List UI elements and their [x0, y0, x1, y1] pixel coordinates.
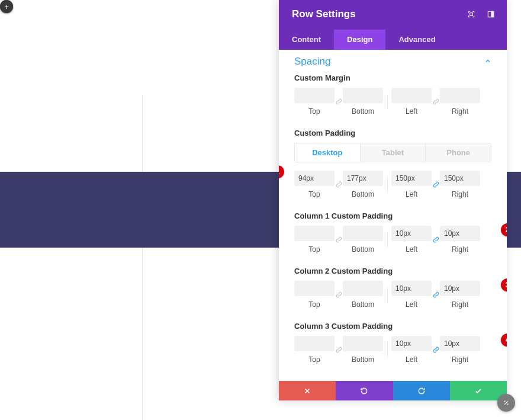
- svg-rect-2: [491, 11, 493, 17]
- sublabel-left: Left: [406, 300, 417, 309]
- cell-bottom: Bottom: [343, 281, 383, 309]
- custom_margin-bottom-input[interactable]: [343, 88, 383, 103]
- link-top-bottom-icon[interactable]: [335, 232, 343, 248]
- cell-right: Right: [440, 336, 480, 364]
- cell-right: Right: [440, 88, 480, 116]
- field-label: Column 1 Custom Padding: [294, 211, 491, 220]
- redo-button[interactable]: [393, 381, 450, 400]
- sublabel-bottom: Bottom: [352, 300, 374, 309]
- col1_padding-bottom-input[interactable]: [343, 226, 383, 241]
- link-top-bottom-icon[interactable]: [335, 342, 343, 358]
- group-custom_margin: Custom MarginTopBottomLeftRight: [279, 71, 507, 126]
- custom_padding-right-input[interactable]: [440, 171, 480, 186]
- cell-bottom: Bottom: [343, 336, 383, 364]
- spacing-inputs: TopBottomLeftRight: [294, 336, 491, 364]
- sublabel-bottom: Bottom: [352, 245, 374, 254]
- link-left-right-icon[interactable]: [432, 232, 440, 248]
- custom_padding-left-input[interactable]: [391, 171, 432, 186]
- sublabel-right: Right: [452, 190, 468, 198]
- col3_padding-left-input[interactable]: [391, 336, 432, 351]
- sublabel-top: Top: [308, 355, 320, 364]
- col2_padding-left-input[interactable]: [391, 281, 432, 296]
- custom_margin-right-input[interactable]: [440, 88, 480, 103]
- cell-bottom: Bottom: [343, 226, 383, 254]
- snap-right-icon[interactable]: [486, 10, 495, 19]
- tab-design[interactable]: Design: [334, 30, 385, 50]
- device-tab-desktop[interactable]: Desktop: [295, 143, 361, 162]
- link-left-right-icon[interactable]: [432, 94, 440, 110]
- section-spacing-toggle[interactable]: Spacing: [279, 52, 507, 71]
- col2_padding-top-input[interactable]: [294, 281, 335, 296]
- section-title: Spacing: [294, 56, 330, 68]
- col1_padding-left-input[interactable]: [391, 226, 432, 241]
- sublabel-left: Left: [406, 190, 417, 198]
- canvas-column-divider: [142, 95, 143, 420]
- sublabel-right: Right: [452, 245, 468, 254]
- expand-icon[interactable]: [467, 10, 475, 19]
- cell-top: Top: [294, 171, 335, 198]
- field-label: Custom Margin: [294, 73, 491, 82]
- resize-handle-icon[interactable]: [497, 394, 515, 412]
- device-tab-tablet[interactable]: Tablet: [361, 143, 426, 162]
- sublabel-top: Top: [308, 190, 320, 198]
- svg-rect-0: [469, 13, 472, 16]
- col3_padding-right-input[interactable]: [440, 336, 480, 351]
- col2_padding-right-input[interactable]: [440, 281, 480, 296]
- cell-top: Top: [294, 281, 335, 309]
- link-left-right-icon[interactable]: [432, 177, 440, 193]
- sublabel-bottom: Bottom: [352, 107, 374, 116]
- col2_padding-bottom-input[interactable]: [343, 281, 383, 296]
- cell-top: Top: [294, 88, 335, 116]
- col1_padding-right-input[interactable]: [440, 226, 480, 241]
- link-top-bottom-icon[interactable]: [335, 177, 343, 193]
- cell-left: Left: [391, 171, 432, 198]
- row-settings-panel: Row Settings Content Design Advanced Spa…: [279, 0, 507, 400]
- sublabel-right: Right: [452, 355, 468, 364]
- cell-left: Left: [391, 336, 432, 364]
- cell-left: Left: [391, 281, 432, 309]
- annotation-badge-2: 2: [501, 223, 507, 236]
- group-col3_padding: Column 3 Custom PaddingTopBottomLeftRigh…: [279, 319, 507, 374]
- tab-content[interactable]: Content: [279, 30, 334, 50]
- custom_margin-top-input[interactable]: [294, 88, 335, 103]
- custom_margin-left-input[interactable]: [391, 88, 432, 103]
- sublabel-bottom: Bottom: [352, 355, 374, 364]
- col1_padding-top-input[interactable]: [294, 226, 335, 241]
- group-col2_padding: Column 2 Custom PaddingTopBottomLeftRigh…: [279, 264, 507, 319]
- spacing-inputs: TopBottomLeftRight: [294, 88, 491, 116]
- divider-vertical: [383, 342, 391, 358]
- panel-header: Row Settings: [279, 0, 507, 30]
- sublabel-left: Left: [406, 355, 417, 364]
- col3_padding-bottom-input[interactable]: [343, 336, 383, 351]
- cancel-button[interactable]: [279, 381, 336, 400]
- sublabel-top: Top: [308, 300, 320, 309]
- spacing-inputs: TopBottomLeftRight: [294, 281, 491, 309]
- cell-right: Right: [440, 281, 480, 309]
- cell-left: Left: [391, 226, 432, 254]
- panel-body[interactable]: Spacing Custom MarginTopBottomLeftRightC…: [279, 50, 507, 381]
- annotation-badge-3: 3: [501, 278, 507, 291]
- device-tabs: DesktopTabletPhone: [294, 143, 491, 162]
- sublabel-left: Left: [406, 107, 417, 116]
- panel-footer: [279, 381, 507, 400]
- link-left-right-icon[interactable]: [432, 287, 440, 303]
- spacing-inputs: TopBottomLeftRight: [294, 226, 491, 254]
- undo-button[interactable]: [336, 381, 393, 400]
- cell-bottom: Bottom: [343, 88, 383, 116]
- group-custom_padding: Custom PaddingDesktopTabletPhoneTopBotto…: [279, 126, 507, 209]
- cell-right: Right: [440, 171, 480, 198]
- custom_padding-top-input[interactable]: [294, 171, 335, 186]
- device-tab-phone[interactable]: Phone: [426, 143, 491, 162]
- chevron-up-icon: [484, 57, 491, 66]
- field-label: Column 3 Custom Padding: [294, 322, 491, 331]
- link-top-bottom-icon[interactable]: [335, 94, 343, 110]
- divider-vertical: [383, 232, 391, 248]
- add-module-button[interactable]: +: [0, 0, 13, 13]
- custom_padding-bottom-input[interactable]: [343, 171, 383, 186]
- link-top-bottom-icon[interactable]: [335, 287, 343, 303]
- col3_padding-top-input[interactable]: [294, 336, 335, 351]
- group-col1_padding: Column 1 Custom PaddingTopBottomLeftRigh…: [279, 209, 507, 264]
- tab-advanced[interactable]: Advanced: [385, 30, 448, 50]
- link-left-right-icon[interactable]: [432, 342, 440, 358]
- divider-vertical: [383, 287, 391, 303]
